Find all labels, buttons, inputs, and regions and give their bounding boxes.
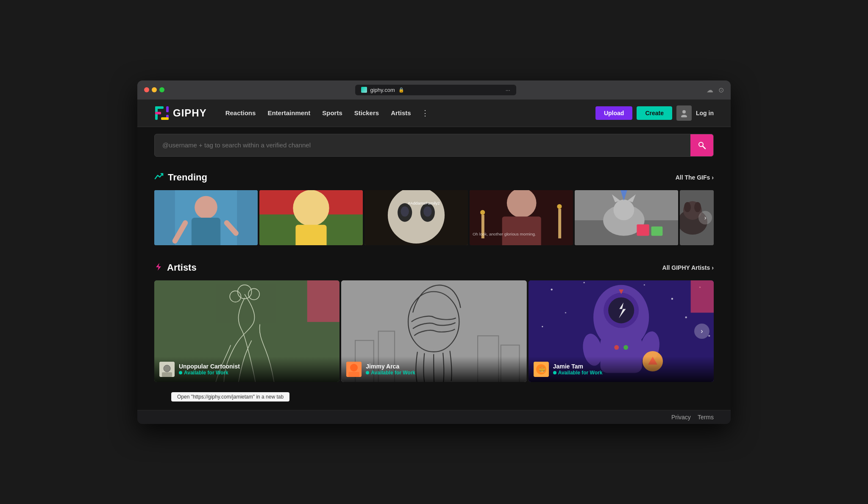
svg-point-91 bbox=[623, 345, 628, 349]
nav-more-icon[interactable]: ⋮ bbox=[418, 107, 432, 119]
svg-rect-92 bbox=[690, 280, 714, 313]
nav-artists[interactable]: Artists bbox=[386, 107, 416, 119]
browser-chrome: giphy.com 🔒 ··· ☁ ⊙ bbox=[137, 80, 731, 100]
nav-links: Reactions Entertainment Sports Stickers … bbox=[220, 107, 595, 119]
nav-stickers[interactable]: Stickers bbox=[349, 107, 384, 119]
user-avatar-icon bbox=[680, 109, 688, 117]
artists-section: Artists All GIPHY Artists › bbox=[137, 254, 731, 390]
status-bar-container: Open "https://giphy.com/jamietam" in a n… bbox=[137, 390, 731, 410]
svg-point-78 bbox=[542, 326, 543, 327]
trending-all-link[interactable]: All The GIFs › bbox=[676, 174, 714, 181]
artists-row: Unpopular Cartoonist Available for Work bbox=[154, 280, 714, 382]
browser-more-icon: ··· bbox=[506, 87, 510, 93]
artist-status-3: Available for Work bbox=[553, 370, 603, 376]
nav-entertainment[interactable]: Entertainment bbox=[262, 107, 315, 119]
svg-point-50 bbox=[694, 202, 701, 212]
logo-area[interactable]: GIPHY bbox=[154, 105, 207, 121]
svg-point-7 bbox=[681, 115, 687, 117]
svg-point-26 bbox=[401, 206, 409, 216]
login-button[interactable]: Log in bbox=[696, 110, 714, 116]
artist-card-1[interactable]: Unpopular Cartoonist Available for Work bbox=[154, 280, 339, 382]
svg-point-33 bbox=[557, 204, 562, 208]
svg-marker-51 bbox=[156, 263, 161, 271]
footer: Privacy Terms bbox=[137, 410, 731, 424]
cloud-icon: ☁ bbox=[707, 86, 713, 94]
trending-header: Trending All The GIFs › bbox=[154, 172, 714, 183]
favicon-icon bbox=[361, 87, 367, 93]
upload-button[interactable]: Upload bbox=[595, 106, 632, 120]
status-dot-3 bbox=[553, 371, 556, 374]
artist-overlay-3: 🍔 Jamie Tam Available for Work bbox=[529, 357, 714, 382]
artist-avatar-2 bbox=[346, 362, 362, 377]
logo-icon bbox=[154, 105, 170, 121]
trending-gif-row: HAPPY BIRTHDAY bbox=[154, 190, 714, 245]
trending-next-button[interactable]: › bbox=[698, 211, 712, 224]
svg-point-70 bbox=[551, 288, 552, 290]
search-input[interactable] bbox=[155, 136, 690, 155]
artists-header: Artists All GIPHY Artists › bbox=[154, 262, 714, 274]
privacy-link[interactable]: Privacy bbox=[671, 414, 691, 421]
user-icon[interactable] bbox=[676, 105, 692, 121]
svg-rect-3 bbox=[166, 106, 169, 112]
search-section bbox=[137, 127, 731, 163]
svg-rect-56 bbox=[307, 280, 340, 322]
svg-point-77 bbox=[685, 316, 687, 318]
svg-rect-13 bbox=[192, 218, 220, 245]
trending-section: Trending All The GIFs › bbox=[137, 163, 731, 254]
maximize-button[interactable] bbox=[159, 87, 164, 92]
artist-card-3[interactable]: 🍔 Jamie Tam Available for Work bbox=[529, 280, 714, 382]
svg-rect-59 bbox=[162, 372, 172, 377]
artist-info-3: Jamie Tam Available for Work bbox=[553, 363, 603, 376]
svg-point-12 bbox=[195, 196, 217, 219]
gif-svg-4: Oh look, another glorious morning. bbox=[470, 190, 573, 245]
artist-name-1: Unpopular Cartoonist bbox=[179, 363, 240, 370]
svg-rect-31 bbox=[558, 209, 561, 238]
svg-rect-2 bbox=[155, 112, 161, 114]
artist-info-1: Unpopular Cartoonist Available for Work bbox=[179, 363, 240, 376]
svg-rect-1 bbox=[155, 106, 164, 109]
nav-reactions[interactable]: Reactions bbox=[220, 107, 261, 119]
trending-gif-3[interactable]: #AddamsFamily2 bbox=[364, 190, 468, 245]
artist-status-1: Available for Work bbox=[179, 370, 240, 376]
close-button[interactable] bbox=[144, 87, 149, 92]
svg-text:Oh look, another glorious morn: Oh look, another glorious morning. bbox=[473, 231, 536, 236]
minimize-button[interactable] bbox=[152, 87, 157, 92]
artists-next-button[interactable]: › bbox=[694, 324, 709, 339]
svg-point-82 bbox=[608, 297, 634, 323]
nav-sports[interactable]: Sports bbox=[317, 107, 348, 119]
url-bar[interactable]: giphy.com 🔒 ··· bbox=[355, 85, 516, 95]
trending-gif-1[interactable] bbox=[154, 190, 258, 245]
artist-info-2: Jimmy Arca Available for Work bbox=[366, 363, 415, 376]
svg-point-67 bbox=[350, 364, 358, 371]
artist-avatar-icon-3: 🍔 bbox=[534, 362, 549, 377]
svg-rect-44 bbox=[651, 226, 663, 235]
browser-content: GIPHY Reactions Entertainment Sports Sti… bbox=[137, 100, 731, 424]
terms-link[interactable]: Terms bbox=[698, 414, 714, 421]
svg-rect-43 bbox=[637, 224, 649, 235]
trending-gif-2[interactable]: HAPPY BIRTHDAY bbox=[259, 190, 363, 245]
artist-overlay-1: Unpopular Cartoonist Available for Work bbox=[154, 357, 339, 382]
artists-title-area: Artists bbox=[154, 262, 197, 274]
gif-svg-5 bbox=[575, 190, 678, 245]
artist-avatar-3: 🍔 bbox=[534, 362, 549, 377]
trending-gif-4[interactable]: Oh look, another glorious morning. bbox=[470, 190, 573, 245]
artist-name-3: Jamie Tam bbox=[553, 363, 603, 370]
artist-avatar-icon-1 bbox=[159, 362, 175, 377]
artists-icon bbox=[154, 262, 163, 274]
status-dot-1 bbox=[179, 371, 182, 374]
status-bar: Open "https://giphy.com/jamietam" in a n… bbox=[171, 392, 289, 402]
svg-point-76 bbox=[565, 312, 566, 313]
browser-actions: ☁ ⊙ bbox=[707, 86, 724, 94]
create-button[interactable]: Create bbox=[637, 106, 672, 120]
bolt-icon bbox=[154, 262, 163, 271]
gif-visual-1 bbox=[154, 190, 258, 245]
trending-title-area: Trending bbox=[154, 172, 207, 183]
svg-point-6 bbox=[682, 110, 686, 114]
artist-card-2[interactable]: Jimmy Arca Available for Work bbox=[341, 280, 526, 382]
search-bar bbox=[154, 134, 714, 157]
artists-all-link[interactable]: All GIPHY Artists › bbox=[662, 264, 714, 271]
search-button[interactable] bbox=[690, 134, 713, 156]
trending-gif-5[interactable] bbox=[575, 190, 678, 245]
svg-point-71 bbox=[583, 282, 584, 283]
svg-line-9 bbox=[703, 146, 705, 149]
